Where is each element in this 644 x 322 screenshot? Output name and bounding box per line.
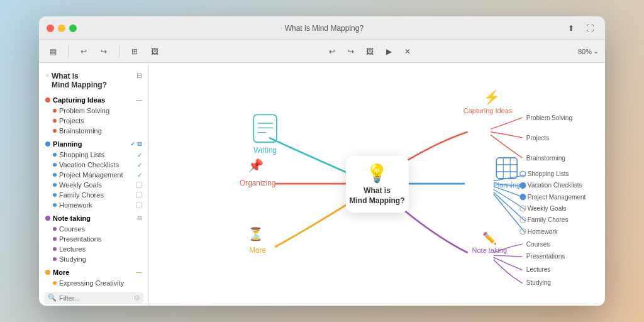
notetaking-icon[interactable]: ⊟	[137, 215, 142, 221]
central-node[interactable]: 💡 What isMind Mapping?	[346, 156, 409, 213]
item-label: Shopping Lists	[59, 151, 104, 158]
toolbar: ▤ ↩ ↪ ⊞ 🖼 ↩ ↪ 🖼 ▶ ✕ 80% ⌄	[39, 40, 605, 63]
item-dot	[53, 119, 57, 123]
list-item: Expressing Creativity	[39, 278, 148, 288]
checkbox[interactable]	[136, 182, 142, 188]
share-button[interactable]: ⬆	[564, 21, 579, 36]
zoom-control[interactable]: 80% ⌄	[578, 47, 599, 55]
svg-text:Weekly Goals: Weekly Goals	[528, 205, 567, 212]
list-item: Projects	[39, 116, 148, 126]
capturing-header: Capturing Ideas —	[39, 94, 148, 106]
planning-label: Planning	[53, 140, 82, 148]
fullscreen-button[interactable]: ⛶	[582, 21, 597, 36]
item-label: Family Chores	[59, 191, 104, 199]
check-icon: ✓	[137, 152, 142, 158]
sidebar-title-line2: Mind Mapping?	[52, 80, 107, 89]
zoom-chevron: ⌄	[593, 47, 599, 55]
item-dot	[53, 153, 57, 157]
svg-text:Project Management: Project Management	[528, 194, 586, 201]
item-label: Lectures	[59, 245, 86, 253]
item-label: Project Management	[59, 171, 123, 179]
item-label: Weekly Goals	[59, 181, 102, 189]
list-item: Shopping Lists ✓	[39, 150, 148, 160]
svg-text:Presentations: Presentations	[526, 253, 565, 260]
list-item: Studying	[39, 254, 148, 264]
item-dot	[53, 281, 57, 285]
zoom-value: 80%	[578, 48, 592, 55]
svg-text:Courses: Courses	[526, 241, 550, 248]
svg-point-26	[520, 217, 526, 223]
svg-text:Capturing Ideas: Capturing Ideas	[464, 107, 513, 114]
planning-header: Planning ✓ ⊟	[39, 138, 148, 150]
planning-icons[interactable]: ✓ ⊟	[130, 141, 142, 147]
image-button[interactable]: 🖼	[147, 44, 162, 59]
search-bar: 🔍 ⊙	[44, 292, 143, 304]
search-icon: 🔍	[48, 294, 57, 302]
item-dot	[53, 129, 57, 133]
item-dot	[53, 247, 57, 251]
sidebar: ○ What is Mind Mapping? ⊟ Capturing Idea…	[39, 63, 149, 306]
checkbox[interactable]	[136, 202, 142, 208]
more-header: More —	[39, 267, 148, 278]
window-title: What is Mind Mapping?	[285, 24, 364, 33]
more-label: More	[53, 269, 69, 276]
item-label: Expressing Creativity	[59, 279, 124, 287]
image2-button[interactable]: 🖼	[362, 44, 377, 59]
search-input[interactable]	[59, 294, 131, 302]
sidebar-menu-icon[interactable]: ⊟	[136, 72, 142, 80]
item-dot	[53, 183, 57, 187]
svg-text:Vacation Checklists: Vacation Checklists	[528, 182, 582, 189]
svg-text:Planning: Planning	[493, 181, 520, 189]
list-item: Brainstorming	[39, 126, 148, 136]
list-item: Weekly Goals	[39, 180, 148, 190]
svg-text:⏳: ⏳	[248, 226, 264, 242]
close-toolbar-button[interactable]: ✕	[400, 44, 415, 59]
list-item: Courses	[39, 224, 148, 234]
minimize-button[interactable]	[58, 25, 65, 32]
sidebar-title-icon: ○	[45, 72, 49, 79]
item-dot	[53, 237, 57, 241]
capturing-dot	[45, 97, 50, 103]
central-node-text: What isMind Mapping?	[350, 186, 405, 206]
svg-text:Projects: Projects	[526, 135, 549, 142]
svg-text:✏️: ✏️	[482, 231, 497, 245]
item-label: Studying	[59, 255, 86, 263]
item-label: Brainstorming	[59, 127, 102, 135]
mind-map-canvas[interactable]: Writing ⚡ Capturing Ideas Problem Solvin…	[149, 63, 605, 306]
search-options-icon[interactable]: ⊙	[134, 294, 140, 302]
item-label: Problem Solving	[59, 107, 109, 114]
play-button[interactable]: ▶	[381, 44, 396, 59]
insert-button[interactable]: ⊞	[127, 44, 142, 59]
app-window: · What is Mind Mapping? ⬆ ⛶ ▤ ↩ ↪ ⊞ 🖼 ↩ …	[39, 16, 605, 306]
svg-text:Shopping Lists: Shopping Lists	[528, 170, 569, 177]
notetaking-label: Note taking	[53, 214, 91, 222]
checkbox[interactable]	[136, 192, 142, 198]
more-dot	[45, 270, 50, 275]
svg-text:Organizing: Organizing	[240, 179, 275, 187]
sidebar-section-notetaking: Note taking ⊟ Courses Presentations Lect…	[39, 213, 148, 264]
more-icon[interactable]: —	[136, 269, 142, 275]
notetaking-header: Note taking ⊟	[39, 213, 148, 224]
redo2-button[interactable]: ↪	[343, 44, 358, 59]
item-label: Presentations	[59, 235, 101, 243]
main-content: ○ What is Mind Mapping? ⊟ Capturing Idea…	[39, 63, 605, 306]
item-label: Projects	[59, 117, 84, 125]
undo-button[interactable]: ↩	[76, 44, 91, 59]
redo-button[interactable]: ↪	[96, 44, 111, 59]
item-dot	[53, 109, 57, 113]
item-dot	[53, 203, 57, 207]
list-item: Family Chores	[39, 190, 148, 200]
svg-text:Brainstorming: Brainstorming	[526, 155, 565, 162]
close-button[interactable]	[47, 25, 54, 32]
sidebar-toggle-button[interactable]: ▤	[45, 44, 60, 59]
central-node-icon: 💡	[366, 163, 388, 184]
capturing-collapse[interactable]: —	[136, 97, 142, 104]
svg-text:Writing: Writing	[253, 146, 277, 155]
sidebar-section-capturing: Capturing Ideas — Problem Solving Projec…	[39, 94, 148, 136]
svg-rect-12	[496, 158, 517, 179]
item-label: Vacation Checklists	[59, 161, 119, 169]
maximize-button[interactable]	[69, 25, 77, 32]
svg-text:Problem Solving: Problem Solving	[526, 114, 572, 121]
item-label: Courses	[59, 225, 85, 233]
undo2-button[interactable]: ↩	[325, 44, 340, 59]
